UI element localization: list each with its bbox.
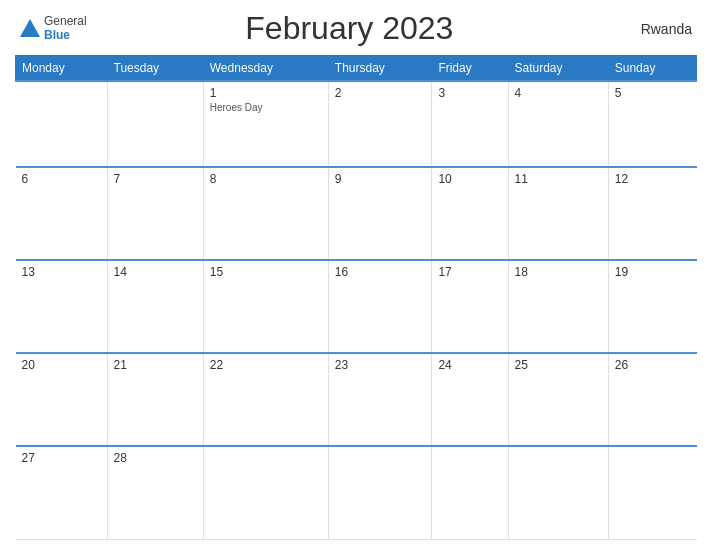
calendar-cell: 10 <box>432 167 508 260</box>
day-number: 10 <box>438 172 501 186</box>
day-number: 6 <box>22 172 101 186</box>
day-number: 7 <box>114 172 197 186</box>
weekday-header-sunday: Sunday <box>608 56 696 82</box>
day-number: 12 <box>615 172 691 186</box>
weekday-header-wednesday: Wednesday <box>203 56 328 82</box>
day-number: 15 <box>210 265 322 279</box>
day-number: 17 <box>438 265 501 279</box>
day-number: 14 <box>114 265 197 279</box>
day-number: 23 <box>335 358 426 372</box>
calendar-cell <box>203 446 328 539</box>
weekday-header-thursday: Thursday <box>328 56 432 82</box>
day-number: 22 <box>210 358 322 372</box>
calendar-cell: 8 <box>203 167 328 260</box>
calendar-cell: 11 <box>508 167 608 260</box>
calendar-table: MondayTuesdayWednesdayThursdayFridaySatu… <box>15 55 697 540</box>
calendar-cell: 4 <box>508 81 608 167</box>
weekday-header-friday: Friday <box>432 56 508 82</box>
calendar-cell: 3 <box>432 81 508 167</box>
calendar-cell: 28 <box>107 446 203 539</box>
weekday-header-row: MondayTuesdayWednesdayThursdayFridaySatu… <box>16 56 697 82</box>
week-row-2: 6789101112 <box>16 167 697 260</box>
calendar-cell <box>16 81 108 167</box>
calendar-cell <box>508 446 608 539</box>
calendar-cell <box>432 446 508 539</box>
calendar-cell: 18 <box>508 260 608 353</box>
day-number: 28 <box>114 451 197 465</box>
calendar-cell: 21 <box>107 353 203 446</box>
logo-triangle-icon <box>20 19 40 37</box>
calendar-cell: 9 <box>328 167 432 260</box>
day-number: 26 <box>615 358 691 372</box>
day-number: 16 <box>335 265 426 279</box>
calendar-cell: 16 <box>328 260 432 353</box>
calendar-cell: 22 <box>203 353 328 446</box>
day-number: 11 <box>515 172 602 186</box>
calendar-cell <box>328 446 432 539</box>
day-number: 27 <box>22 451 101 465</box>
calendar-cell: 15 <box>203 260 328 353</box>
calendar-cell: 26 <box>608 353 696 446</box>
calendar-header: General Blue February 2023 Rwanda <box>15 10 697 47</box>
logo-blue: Blue <box>44 29 87 42</box>
day-number: 4 <box>515 86 602 100</box>
day-number: 3 <box>438 86 501 100</box>
day-number: 21 <box>114 358 197 372</box>
day-number: 8 <box>210 172 322 186</box>
calendar-cell: 2 <box>328 81 432 167</box>
logo-text: General Blue <box>44 15 87 41</box>
calendar-cell: 6 <box>16 167 108 260</box>
day-number: 20 <box>22 358 101 372</box>
calendar-cell: 25 <box>508 353 608 446</box>
day-number: 18 <box>515 265 602 279</box>
day-number: 1 <box>210 86 322 100</box>
day-number: 24 <box>438 358 501 372</box>
day-number: 19 <box>615 265 691 279</box>
calendar-cell: 12 <box>608 167 696 260</box>
calendar-cell: 17 <box>432 260 508 353</box>
calendar-cell: 1Heroes Day <box>203 81 328 167</box>
week-row-5: 2728 <box>16 446 697 539</box>
country-label: Rwanda <box>612 21 692 37</box>
calendar-cell: 13 <box>16 260 108 353</box>
day-number: 2 <box>335 86 426 100</box>
calendar-container: General Blue February 2023 Rwanda Monday… <box>0 0 712 550</box>
day-number: 5 <box>615 86 691 100</box>
logo: General Blue <box>20 15 87 41</box>
calendar-cell: 24 <box>432 353 508 446</box>
weekday-header-tuesday: Tuesday <box>107 56 203 82</box>
weekday-header-monday: Monday <box>16 56 108 82</box>
calendar-cell: 5 <box>608 81 696 167</box>
month-title: February 2023 <box>87 10 612 47</box>
calendar-cell <box>107 81 203 167</box>
week-row-4: 20212223242526 <box>16 353 697 446</box>
calendar-cell: 23 <box>328 353 432 446</box>
calendar-cell: 27 <box>16 446 108 539</box>
day-number: 9 <box>335 172 426 186</box>
week-row-3: 13141516171819 <box>16 260 697 353</box>
week-row-1: 1Heroes Day2345 <box>16 81 697 167</box>
calendar-cell: 14 <box>107 260 203 353</box>
logo-general: General <box>44 15 87 28</box>
calendar-cell <box>608 446 696 539</box>
holiday-name: Heroes Day <box>210 102 322 113</box>
day-number: 25 <box>515 358 602 372</box>
calendar-cell: 19 <box>608 260 696 353</box>
calendar-cell: 20 <box>16 353 108 446</box>
day-number: 13 <box>22 265 101 279</box>
weekday-header-saturday: Saturday <box>508 56 608 82</box>
calendar-cell: 7 <box>107 167 203 260</box>
